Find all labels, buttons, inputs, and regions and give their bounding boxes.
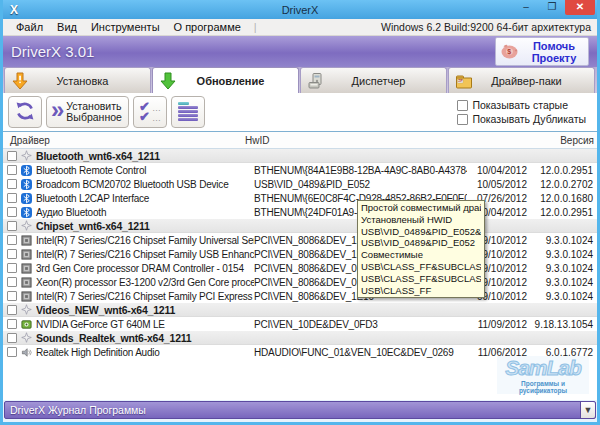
group-name: Videos_NEW_wnt6-x64_1211 bbox=[36, 304, 593, 316]
group-row[interactable]: Sounds_Realtek_wnt6-x64_1211 bbox=[3, 331, 597, 345]
driver-version: 12.0.0.2702 bbox=[527, 179, 593, 190]
driver-name: Bluetooth L2CAP Interface bbox=[36, 193, 254, 204]
svg-text:$: $ bbox=[507, 48, 511, 56]
driver-row[interactable]: Bluetooth Remote ControlBTHENUM\{84A1E9B… bbox=[3, 163, 597, 177]
driver-version: 12.0.0.1680 bbox=[527, 193, 593, 204]
donate-button[interactable]: $ Помочь Проекту bbox=[495, 37, 589, 66]
select-drivers-button[interactable]: ✔… ✔… bbox=[133, 96, 167, 128]
driver-row[interactable]: NVIDIA GeForce GT 640M LEPCI\VEN_10DE&DE… bbox=[3, 317, 597, 331]
group-row[interactable]: Chipset_wnt6-x64_1211 bbox=[3, 219, 597, 233]
bluetooth-icon bbox=[21, 193, 32, 204]
menu-separator: | bbox=[254, 21, 257, 33]
row-checkbox[interactable] bbox=[7, 277, 17, 287]
row-checkbox[interactable] bbox=[7, 165, 17, 175]
install-selected-label: Установить Выбранное bbox=[66, 101, 128, 123]
driver-version: 12.0.0.2951 bbox=[527, 165, 593, 176]
driver-name: NVIDIA GeForce GT 640M LE bbox=[36, 319, 254, 330]
row-checkbox[interactable] bbox=[7, 305, 17, 315]
driver-row[interactable]: Xeon(R) processor E3-1200 v2/3rd Gen Cor… bbox=[3, 275, 597, 289]
menu-view[interactable]: Вид bbox=[50, 21, 84, 33]
menu-about[interactable]: О программе bbox=[167, 21, 248, 33]
chip-icon bbox=[21, 291, 32, 302]
piggy-bank-icon: $ bbox=[500, 41, 520, 63]
install-selected-button[interactable]: » Установить Выбранное bbox=[46, 96, 129, 128]
stacked-bars-icon bbox=[178, 101, 198, 123]
tab-manager[interactable]: Диспетчер bbox=[300, 67, 447, 93]
driver-row[interactable]: Intel(R) 7 Series/C216 Chipset Family Un… bbox=[3, 233, 597, 247]
show-old-checkbox[interactable]: Показывать старые bbox=[457, 99, 586, 111]
row-checkbox[interactable] bbox=[7, 249, 17, 259]
driver-name: Аудио Bluetooth bbox=[36, 207, 254, 218]
row-checkbox[interactable] bbox=[7, 193, 17, 203]
menu-file[interactable]: Файл bbox=[9, 21, 50, 33]
driver-row[interactable]: 3rd Gen Core processor DRAM Controller -… bbox=[3, 261, 597, 275]
driver-hwid: HDAUDIO\FUNC_01&VEN_10EC&DEV_0269 bbox=[254, 347, 467, 358]
refresh-button[interactable] bbox=[8, 96, 42, 128]
column-header-version[interactable]: Версия bbox=[533, 135, 597, 146]
row-checkbox[interactable] bbox=[7, 333, 17, 343]
footer: DriverX Журнал Программы ▼ bbox=[3, 400, 597, 422]
driver-row[interactable]: Broadcom BCM20702 Bluetooth USB DeviceUS… bbox=[3, 177, 597, 191]
hwid-tooltip: Простой совместимый драйверУстановленый … bbox=[357, 200, 485, 298]
maximize-button[interactable]: ❐ bbox=[539, 0, 565, 15]
group-row[interactable]: Videos_NEW_wnt6-x64_1211 bbox=[3, 303, 597, 317]
driver-name: Broadcom BCM20702 Bluetooth USB Device bbox=[36, 179, 254, 190]
row-checkbox[interactable] bbox=[7, 263, 17, 273]
driver-date: 11/09/2012 bbox=[467, 319, 527, 330]
row-checkbox[interactable] bbox=[7, 179, 17, 189]
driver-hwid: USB\VID_0489&PID_E052 bbox=[254, 179, 467, 190]
device-manager-icon bbox=[307, 72, 325, 90]
group-row[interactable]: Bluetooth_wnt6-x64_1211 bbox=[3, 149, 597, 163]
row-checkbox[interactable] bbox=[7, 221, 17, 231]
bluetooth-icon bbox=[21, 207, 32, 218]
column-header-hwid[interactable]: HwID bbox=[245, 135, 533, 146]
group-name: Chipset_wnt6-x64_1211 bbox=[36, 220, 593, 232]
tooltip-line: USB\CLASS_FF&SUBCLASS_01&PROT bbox=[361, 261, 481, 273]
gpu-icon bbox=[21, 319, 32, 330]
driver-date: 10/05/2012 bbox=[467, 179, 527, 190]
driver-version: 12.0.0.2951 bbox=[527, 207, 593, 218]
driver-hwid: BTHENUM\{84A1E9B8-12BA-4A9C-8AB0-A43784E… bbox=[254, 165, 467, 176]
toolbar: » Установить Выбранное ✔… ✔… Показывать … bbox=[3, 93, 597, 131]
donate-label: Помочь Проекту bbox=[524, 40, 584, 64]
bluetooth-icon bbox=[21, 165, 32, 176]
row-checkbox[interactable] bbox=[7, 235, 17, 245]
driver-list-button[interactable] bbox=[171, 96, 205, 128]
checkbox-icon[interactable] bbox=[457, 114, 468, 125]
os-info-text: Windows 6.2 Build:9200 64-бит архитектур… bbox=[381, 21, 591, 33]
menu-tools[interactable]: Инструменты bbox=[84, 21, 167, 33]
tab-update[interactable]: Обновление bbox=[152, 67, 299, 93]
show-duplicates-checkbox[interactable]: Показывать Дубликаты bbox=[457, 113, 586, 125]
driver-name: Realtek High Definition Audio bbox=[36, 347, 254, 358]
minimize-button[interactable]: – bbox=[513, 0, 539, 15]
tooltip-line: USB\VID_0489&PID_E052 bbox=[361, 237, 481, 249]
tab-install[interactable]: Установка bbox=[4, 67, 151, 93]
row-checkbox[interactable] bbox=[7, 291, 17, 301]
group-star-icon bbox=[21, 220, 32, 231]
chip-icon bbox=[21, 249, 32, 260]
driver-name: Xeon(R) processor E3-1200 v2/3rd Gen Cor… bbox=[36, 277, 254, 288]
checkbox-icon[interactable] bbox=[457, 100, 468, 111]
row-checkbox[interactable] bbox=[7, 347, 17, 357]
driver-row[interactable]: Intel(R) 7 Series/C216 Chipset Family PC… bbox=[3, 289, 597, 303]
row-checkbox[interactable] bbox=[7, 319, 17, 329]
driver-name: Bluetooth Remote Control bbox=[36, 165, 254, 176]
bluetooth-icon bbox=[21, 179, 32, 190]
window-title: DriverX bbox=[3, 4, 597, 16]
driver-hwid: PCI\VEN_10DE&DEV_0FD3 bbox=[254, 319, 467, 330]
log-selector-dropdown[interactable]: DriverX Журнал Программы ▼ bbox=[4, 401, 596, 419]
driver-row[interactable]: Intel(R) 7 Series/C216 Chipset Family US… bbox=[3, 247, 597, 261]
table-header: Драйвер HwID Версия bbox=[3, 131, 597, 149]
chevron-down-icon[interactable]: ▼ bbox=[580, 402, 595, 418]
tooltip-line: Простой совместимый драйвер bbox=[361, 202, 481, 214]
row-checkbox[interactable] bbox=[7, 207, 17, 217]
app-title: DriverX 3.01 bbox=[11, 43, 94, 60]
tab-driver-packs[interactable]: ZIP Драйвер-паки bbox=[448, 67, 595, 93]
chip-icon bbox=[21, 263, 32, 274]
driver-row[interactable]: Аудио BluetoothBTHENUM\{24DF01A9-3E410/0… bbox=[3, 205, 597, 219]
group-name: Sounds_Realtek_wnt6-x64_1211 bbox=[36, 332, 593, 344]
row-checkbox[interactable] bbox=[7, 151, 17, 161]
driver-row[interactable]: Bluetooth L2CAP InterfaceBTHENUM\{6E0C8F… bbox=[3, 191, 597, 205]
close-button[interactable]: ✕ bbox=[565, 0, 595, 15]
column-header-driver[interactable]: Драйвер bbox=[3, 135, 245, 146]
